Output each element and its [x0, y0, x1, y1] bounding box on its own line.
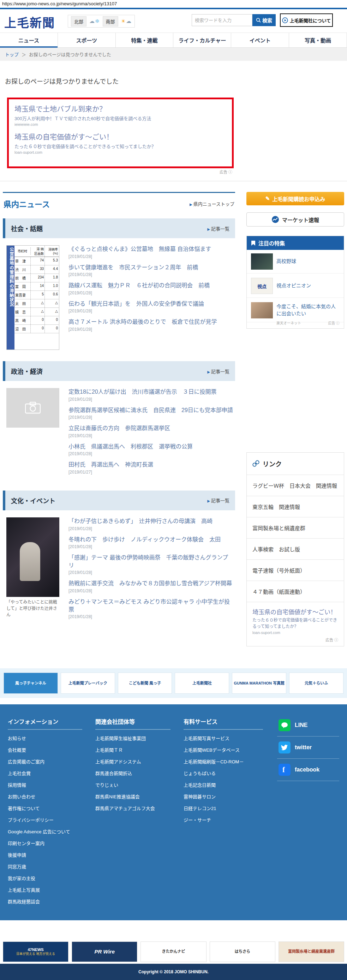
culture-article-list-link[interactable]: ▶記事一覧 — [207, 497, 230, 504]
partner-banner[interactable]: きたかんナビ — [141, 942, 206, 962]
article-title-link[interactable]: 「感謝」テーマ 最後の伊勢崎映画祭 千葉の飯野さんグランプリ — [68, 554, 233, 569]
footer-link[interactable]: でりじぇい — [95, 781, 184, 788]
camera-icon — [25, 402, 41, 414]
article-title-link[interactable]: 立民は斎藤氏の方向 参院選群馬選挙区 — [68, 425, 233, 432]
footer-link[interactable]: 上毛紙上写真展 — [8, 886, 95, 893]
featured-item[interactable]: 高校野球 — [247, 250, 344, 274]
featured-ad-label[interactable]: 広告 ⓘ — [328, 320, 339, 326]
article-title-link[interactable]: 伝わる「観光日本語」を 外国人の安全伊香保で議論 — [68, 300, 233, 308]
article-title-link[interactable]: 小林氏 県議選出馬へ 利根郡区 選挙戦の公算 — [68, 443, 233, 450]
footer-link[interactable]: 同窓万歳 — [8, 863, 95, 870]
twitter-button[interactable]: twitter — [277, 737, 339, 759]
sidebar-link[interactable]: 人事検索 お試し版 — [247, 538, 344, 560]
sidebar-ad-title[interactable]: 埼玉県の自宅価値がす～ごい！ — [252, 607, 338, 616]
nav-tab[interactable]: イベント — [231, 33, 289, 47]
footer-link[interactable]: 著作権について — [8, 805, 95, 811]
article-title-link[interactable]: 参院選群馬選挙区候補に清水氏 自民県連 29日にも党本部申請 — [68, 406, 233, 414]
article-title-link[interactable]: 「わが子信じあきらめず」 辻井伸行さんの母講演 高崎 — [68, 517, 233, 525]
sidebar-link[interactable]: 電子速報（号外紙面） — [247, 560, 344, 581]
nav-tab[interactable]: 写真・動画 — [289, 33, 347, 47]
line-button[interactable]: LINE — [277, 719, 339, 737]
featured-item[interactable]: 視点 視点オピニオン — [247, 274, 344, 298]
partner-banner[interactable]: 富岡製糸場と絹産業遺産群 — [279, 942, 344, 962]
ad-title-link[interactable]: 埼玉県の自宅価値がす～ごい！ — [14, 132, 226, 142]
footer-link[interactable]: お問い合わせ — [8, 793, 95, 800]
article-title-link[interactable]: 歩いて健康増進を 市民ステーション２周年 前橋 — [68, 264, 233, 271]
footer-link[interactable]: 上毛新聞厚生福祉事業団 — [95, 735, 184, 741]
article-title-link[interactable]: 《ぐるっと点検ぐんま》公営墓地 無縁墓 自治体悩ます — [68, 245, 233, 253]
sidebar-ad-label[interactable]: 広告 ⓘ — [252, 637, 338, 643]
footer-link[interactable]: Google Adsence 広告について — [8, 828, 95, 835]
service-banner[interactable]: GUNMA MARATHON 写真館 — [232, 673, 286, 694]
service-banner[interactable]: 上毛新聞社 — [175, 673, 229, 694]
footer-link[interactable]: 群馬連合新聞折込 — [95, 770, 184, 776]
footer-link[interactable]: プライバシーポリシー — [8, 816, 95, 823]
sidebar-link[interactable]: 東京五輪 関連情報 — [247, 496, 344, 517]
footer-link[interactable]: 印刷センター案内 — [8, 840, 95, 846]
article-date: [2019/01/27] — [68, 470, 233, 475]
politics-article-list-link[interactable]: ▶記事一覧 — [207, 368, 230, 375]
footer-link[interactable]: 群馬県NIE推進協議会 — [95, 793, 184, 800]
featured-box: 注目の特集 高校野球 — [246, 236, 344, 329]
footer-link[interactable]: 上毛社会賞 — [8, 770, 95, 776]
sidebar-link[interactable]: 富岡製糸場と絹遺産群 — [247, 517, 344, 538]
service-banner[interactable]: 元気＋らいふ — [289, 673, 344, 694]
search-input[interactable] — [192, 14, 252, 26]
arrow-icon: ▶ — [207, 227, 210, 231]
article-title-link[interactable]: 冬晴れの下 歩け歩け ノルディックウオーク体験会 太田 — [68, 536, 233, 544]
article-title-link[interactable]: 路線バス運転 魅力ＰＲ ６社が初の合同説明会 前橋 — [68, 282, 233, 290]
service-banner[interactable]: こども新聞 風っ子 — [118, 673, 172, 694]
society-article-list-link[interactable]: ▶記事一覧 — [207, 225, 230, 232]
article-title-link[interactable]: 熱戦前に選手交流 みなかみで８カ国参加し雪合戦アジア杯開幕 — [68, 579, 233, 587]
article-title-link[interactable]: 定数18に20人が届け出 渋川市議選が告示 ３日に投開票 — [68, 388, 233, 396]
about-company-button[interactable]: 上毛新聞社について — [280, 13, 333, 27]
footer-link-list: 上毛新聞厚生福祉事業団上毛新聞ＴＲ上毛新聞アドシステム群馬連合新聞折込でりじぇい… — [95, 735, 184, 811]
breadcrumb-home-link[interactable]: トップ — [5, 51, 19, 57]
footer-link[interactable]: 我が家の主役 — [8, 875, 95, 881]
article-title-link[interactable]: みどり＋マンモス＝みどモス みどり市公認キャラ 小中学生が投票 — [68, 598, 233, 613]
nav-tab[interactable]: 特集・連載 — [116, 33, 174, 47]
search-button[interactable]: 検索 — [252, 14, 276, 26]
footer-link[interactable]: 広告掲載のご案内 — [8, 758, 95, 765]
footer-link[interactable]: 上毛新聞ＴＲ — [95, 746, 184, 753]
footer-link[interactable]: 上毛記念日新聞 — [184, 781, 277, 788]
footer-link[interactable]: 日経テレコン21 — [184, 805, 277, 811]
society-lead-image[interactable]: 公営墓地の管理料の滞納状況 市町村 滞 納 区画数 滞納率 (%) — [6, 245, 59, 350]
article-title-link[interactable]: 高さ７メートル 洪水時の最後のとりで 板倉で住民が見学 — [68, 318, 233, 326]
footer-link[interactable]: 上毛新聞WEBデータベース — [184, 746, 277, 753]
footer-link[interactable]: 後援申請 — [8, 851, 95, 858]
article-title-link[interactable]: 田村氏 再選出馬へ 神流町長選 — [68, 461, 233, 469]
facebook-button[interactable]: f facebook — [277, 759, 339, 781]
partner-banner[interactable]: PR Wire — [72, 942, 137, 962]
footer-link[interactable]: 上毛新聞縮刷版－CD-ROM－ — [184, 758, 277, 765]
nav-tab[interactable]: ニュース — [0, 33, 58, 47]
partner-banner[interactable]: はちさら — [210, 942, 275, 962]
ad-choices-label[interactable]: 広告 ⓘ — [0, 168, 234, 175]
subscribe-button[interactable]: ✎ 上毛新聞購読お申込み — [246, 192, 344, 205]
footer-link[interactable]: お知らせ — [8, 735, 95, 741]
ad-title-link[interactable]: 埼玉県で土地バブル到来か？ — [14, 103, 226, 114]
ad-info-icon[interactable]: ⓘ — [228, 170, 232, 174]
featured-item[interactable]: 今度こそ、結婚に本気の人に出会いたい — [247, 299, 344, 322]
footer-link[interactable]: 採用情報 — [8, 781, 95, 788]
footer-link[interactable]: じょうもばいる — [184, 770, 277, 776]
culture-lead-image[interactable]: 「やってみたいことに挑戦して」と呼び掛けた辻井さん — [6, 517, 59, 624]
footer-link[interactable]: 上毛新聞アドシステム — [95, 758, 184, 765]
footer-link[interactable]: 雷神囲碁サロン — [184, 793, 277, 800]
service-banner[interactable]: 風っ子チャンネル — [3, 673, 58, 694]
partner-banner[interactable]: 47NEWS 日本が見える 地方が見える — [3, 942, 68, 962]
sidebar-link[interactable]: ラグビーＷ杯 日本大会 関連情報 — [247, 475, 344, 496]
sidebar-link[interactable]: ４７動画（紙面連動） — [247, 581, 344, 602]
table-row: 嬬 恋 △ △ — [14, 308, 59, 316]
service-banner[interactable]: 上毛新聞プレーバック — [61, 673, 115, 694]
footer-link[interactable]: ジー・サーチ — [184, 816, 277, 823]
nav-tab[interactable]: スポーツ — [58, 33, 116, 47]
prefecture-news-top-link[interactable]: ▶県内ニューストップ — [190, 200, 235, 207]
nav-tab[interactable]: ライフ・カルチャー — [173, 33, 231, 47]
footer-link[interactable]: 会社概要 — [8, 746, 95, 753]
market-report-button[interactable]: マーケット速報 — [246, 212, 344, 226]
footer-link[interactable]: 上毛新聞写真サービス — [184, 735, 277, 741]
site-logo[interactable]: 上毛新聞 — [4, 13, 55, 31]
footer-link[interactable]: 群馬県アマチュアゴルフ大会 — [95, 805, 184, 811]
footer-link[interactable]: 群馬政経懇話会 — [8, 898, 95, 905]
